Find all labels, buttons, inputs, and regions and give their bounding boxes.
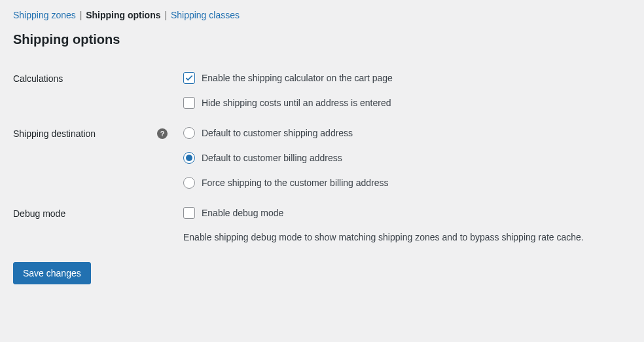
checkbox-label: Hide shipping costs until an address is … [202, 98, 391, 108]
radio-label: Default to customer shipping address [202, 128, 353, 138]
checkbox-enable-calculator[interactable] [183, 72, 195, 84]
field-enable-calculator[interactable]: Enable the shipping calculator on the ca… [183, 72, 631, 84]
tab-shipping-options[interactable]: Shipping options [86, 10, 160, 20]
tab-shipping-zones[interactable]: Shipping zones [13, 10, 76, 20]
row-debug: Debug mode Enable debug mode Enable ship… [13, 189, 631, 242]
label-calculations: Calculations [13, 72, 183, 84]
row-calculations: Calculations Enable the shipping calcula… [13, 54, 631, 109]
debug-description: Enable shipping debug mode to show match… [183, 232, 631, 242]
check-icon [185, 73, 194, 83]
tab-shipping-classes[interactable]: Shipping classes [171, 10, 240, 20]
checkbox-label: Enable the shipping calculator on the ca… [202, 73, 393, 83]
field-enable-debug[interactable]: Enable debug mode [183, 207, 631, 219]
checkbox-enable-debug[interactable] [183, 207, 195, 219]
field-dest-force[interactable]: Force shipping to the customer billing a… [183, 177, 631, 189]
row-destination: Shipping destination ? Default to custom… [13, 109, 631, 189]
radio-label: Default to customer billing address [202, 153, 342, 163]
radio-label: Force shipping to the customer billing a… [202, 178, 389, 188]
page-title: Shipping options [0, 20, 644, 54]
shipping-subtabs: Shipping zones | Shipping options | Ship… [0, 0, 644, 20]
help-icon[interactable]: ? [157, 128, 168, 139]
save-button[interactable]: Save changes [13, 262, 91, 284]
tab-separator: | [164, 10, 167, 20]
label-debug: Debug mode [13, 207, 183, 219]
field-dest-billing[interactable]: Default to customer billing address [183, 152, 631, 164]
checkbox-label: Enable debug mode [202, 208, 283, 218]
radio-dest-shipping[interactable] [183, 127, 195, 139]
field-dest-shipping[interactable]: Default to customer shipping address [183, 127, 631, 139]
radio-dest-billing[interactable] [183, 152, 195, 164]
label-destination: Shipping destination ? [13, 127, 183, 139]
radio-dest-force[interactable] [183, 177, 195, 189]
checkbox-hide-costs[interactable] [183, 97, 195, 109]
field-hide-costs[interactable]: Hide shipping costs until an address is … [183, 97, 631, 109]
tab-separator: | [80, 10, 82, 20]
